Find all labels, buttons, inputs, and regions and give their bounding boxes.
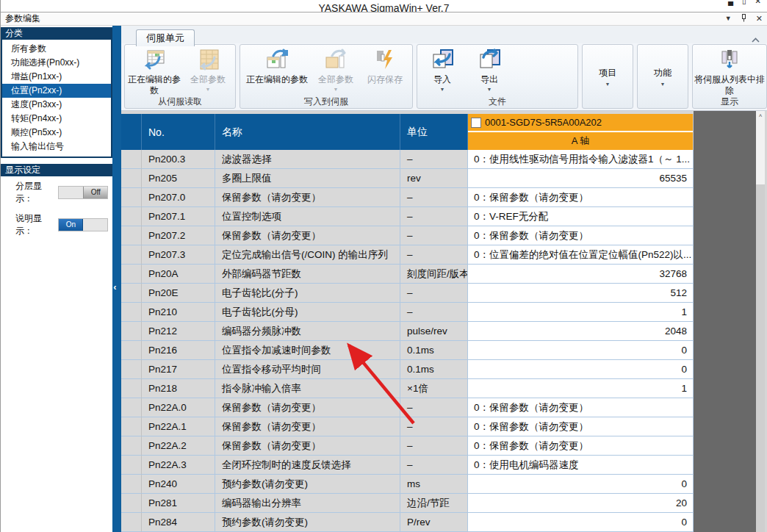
row-selector-cell[interactable] <box>121 398 142 417</box>
param-value-cell[interactable]: 512 <box>468 284 694 303</box>
close-panel-icon[interactable]: ✕ <box>756 15 763 23</box>
dropdown-arrow-icon: ▼ <box>334 87 339 93</box>
row-selector-cell[interactable] <box>121 188 142 207</box>
hierarchy-display-toggle[interactable]: Off <box>58 186 108 199</box>
param-value-cell[interactable]: 20 <box>468 494 694 513</box>
collapse-sidebar-icon[interactable]: ‹ <box>113 281 116 292</box>
row-selector-cell[interactable] <box>121 513 142 532</box>
param-name-cell: 保留参数（请勿变更） <box>215 398 400 417</box>
param-name-cell: 保留参数（请勿变更） <box>215 436 400 456</box>
param-unit-cell: 0.1ms <box>400 360 468 379</box>
button-label: 功能 <box>654 67 671 79</box>
row-selector-cell[interactable] <box>121 475 142 494</box>
close-window-icon[interactable]: ✕ <box>755 0 761 5</box>
import-button[interactable]: 导入 ▼ <box>419 46 466 96</box>
param-name-cell: 滤波器选择 <box>215 150 400 169</box>
axis-label[interactable]: A 轴 <box>468 132 693 150</box>
row-selector-cell[interactable] <box>121 226 142 245</box>
row-selector-cell[interactable] <box>121 303 142 322</box>
row-selector-cell[interactable] <box>121 436 142 456</box>
sidebar-category-item[interactable]: 位置(Pn2xx-) <box>2 84 111 98</box>
row-selector-cell[interactable] <box>121 379 142 398</box>
param-value-cell[interactable]: 0：使用电机编码器速度 <box>468 456 694 475</box>
param-value-cell[interactable]: 0：位置偏差的绝对值在位置定位幅值(Pn522)以... <box>468 245 694 265</box>
row-selector-cell[interactable] <box>121 360 142 379</box>
table-row: Pn200.3 滤波器选择 – 0：使用线性驱动信号用指令输入滤波器1（～ 1.… <box>121 150 694 169</box>
param-value-cell[interactable]: 0：V-REF无分配 <box>468 207 694 226</box>
sidebar-category-item[interactable]: 速度(Pn3xx-) <box>2 98 111 112</box>
pin-icon[interactable] <box>741 14 747 24</box>
tab-servo-unit[interactable]: 伺服单元 <box>136 29 195 46</box>
param-no-cell: Pn284 <box>142 513 215 532</box>
sidebar-category-item[interactable]: 增益(Pn1xx-) <box>2 70 111 84</box>
row-selector-cell[interactable] <box>121 265 142 284</box>
param-value-cell[interactable]: 1 <box>468 303 694 322</box>
read-all-params-button[interactable]: 全部参数 ▼ <box>182 46 234 96</box>
write-all-params-button[interactable]: 全部参数 ▼ <box>312 46 359 96</box>
param-value-cell[interactable]: 0：保留参数（请勿变更） <box>468 226 694 245</box>
param-name-cell: 预约参数(请勿变更) <box>215 475 400 494</box>
param-value-cell[interactable]: 1 <box>468 379 694 398</box>
restore-icon[interactable]: ▯ <box>742 0 746 5</box>
sidebar-category-item[interactable]: 所有参数 <box>2 42 111 56</box>
project-menu-button[interactable]: 项目 ▼ <box>582 44 633 109</box>
table-row: Pn207.1 位置控制选项 – 0：V-REF无分配 <box>121 207 694 226</box>
param-value-cell[interactable]: 32768 <box>468 265 694 284</box>
param-value-cell[interactable]: 0：保留参数（请勿变更） <box>468 417 694 436</box>
row-selector-cell[interactable] <box>121 322 142 341</box>
param-value-cell[interactable]: 65535 <box>468 169 694 188</box>
table-row: Pn240 预约参数(请勿变更) ms 0 <box>121 475 694 494</box>
sidebar-category-item[interactable]: 转矩(Pn4xx-) <box>2 112 111 126</box>
row-selector-cell[interactable] <box>121 284 142 303</box>
param-name-cell: 电子齿轮比(分子) <box>215 284 400 303</box>
sidebar-category-item[interactable]: 功能选择(Pn0xx-) <box>2 56 111 70</box>
flash-save-button[interactable]: 闪存保存 <box>359 46 411 96</box>
button-label: 全部参数 <box>190 74 226 85</box>
sidebar-category-item[interactable]: 输入输出信号 <box>2 140 111 154</box>
vertical-scrollbar[interactable]: ˄ <box>756 111 765 532</box>
param-value-cell[interactable]: 0 <box>468 360 694 379</box>
servo-checkbox[interactable] <box>471 118 481 128</box>
row-selector-cell[interactable] <box>121 207 142 226</box>
row-selector-cell[interactable] <box>121 456 142 475</box>
panel-menu-chevron-icon[interactable]: ▼ <box>725 15 732 22</box>
table-body: Pn200.3 滤波器选择 – 0：使用线性驱动信号用指令输入滤波器1（～ 1.… <box>121 150 694 532</box>
scrollbar-thumb[interactable]: ˄ <box>756 111 765 184</box>
ribbon-collapse-icon[interactable] <box>752 32 760 46</box>
minimize-icon[interactable]: ▄ <box>728 0 733 5</box>
sidebar-splitter[interactable]: ‹ <box>112 26 121 532</box>
row-selector-cell[interactable] <box>121 245 142 265</box>
exclude-servo-button[interactable]: 将伺服从列表中排除 <box>694 46 765 96</box>
window-controls: ▄ ▯ ✕ <box>728 0 761 5</box>
param-value-cell[interactable]: 0 <box>468 475 694 494</box>
write-editing-params-button[interactable]: 正在编辑的参数 <box>242 46 312 96</box>
selector-header-cell <box>121 114 142 150</box>
param-name-cell: 外部编码器节距数 <box>215 265 400 284</box>
dropdown-arrow-icon: ▼ <box>206 87 211 93</box>
export-button[interactable]: 导出 ▼ <box>466 46 513 96</box>
row-selector-cell[interactable] <box>121 150 142 169</box>
param-unit-cell: pulse/rev <box>400 322 468 341</box>
param-unit-cell: ms <box>400 475 468 494</box>
scroll-up-icon[interactable]: ˄ <box>756 111 765 121</box>
export-icon <box>476 48 503 73</box>
param-value-cell[interactable]: 0：保留参数（请勿变更） <box>468 436 694 456</box>
function-menu-button[interactable]: 功能 ▼ <box>637 44 688 109</box>
read-editing-params-button[interactable]: 正在编辑的参数 <box>126 46 182 96</box>
param-value-cell[interactable]: 0：保留参数（请勿变更） <box>468 398 694 417</box>
row-selector-cell[interactable] <box>121 417 142 436</box>
description-display-toggle[interactable]: On <box>58 218 108 231</box>
param-name-cell: 编码器输出分辨率 <box>215 494 400 513</box>
param-value-cell[interactable]: 2048 <box>468 322 694 341</box>
row-selector-cell[interactable] <box>121 169 142 188</box>
row-selector-cell[interactable] <box>121 494 142 513</box>
sidebar-category-item[interactable]: 顺控(Pn5xx-) <box>2 126 111 140</box>
param-value-cell[interactable]: 0：使用线性驱动信号用指令输入滤波器1（～ 1... <box>468 150 694 169</box>
param-value-cell[interactable]: 0 <box>468 513 694 532</box>
row-selector-cell[interactable] <box>121 341 142 360</box>
display-settings-header: 显示设定 <box>1 164 112 176</box>
param-no-cell: Pn217 <box>142 360 215 379</box>
group-file: 导入 ▼ 导出 ▼ 文件 <box>417 44 578 109</box>
param-value-cell[interactable]: 0：保留参数（请勿变更） <box>468 188 694 207</box>
param-value-cell[interactable]: 0 <box>468 341 694 360</box>
